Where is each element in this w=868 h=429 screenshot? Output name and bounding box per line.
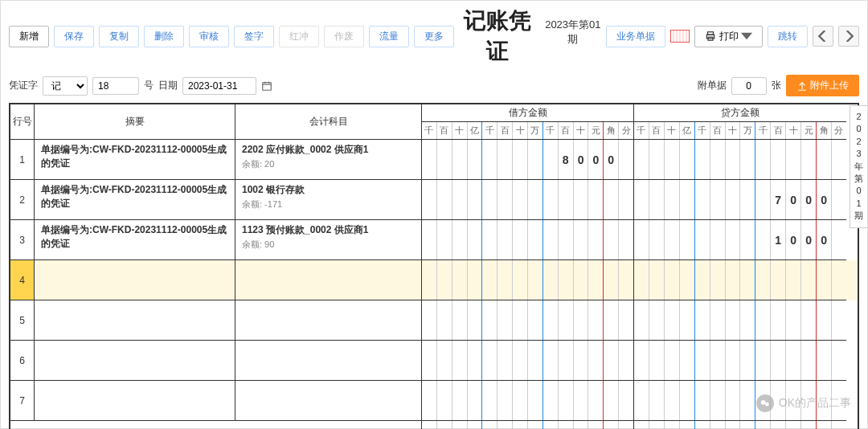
amount-digit[interactable] bbox=[559, 180, 574, 219]
upload-attachment-button[interactable]: 附件上传 bbox=[786, 75, 859, 96]
amount-digit[interactable] bbox=[452, 260, 468, 300]
next-button[interactable] bbox=[838, 26, 859, 47]
amount-digit[interactable] bbox=[755, 421, 771, 429]
amount-digit[interactable]: 0 bbox=[817, 421, 832, 429]
delete-button[interactable]: 删除 bbox=[144, 26, 184, 47]
amount-digit[interactable] bbox=[604, 381, 619, 420]
amount-digit[interactable] bbox=[468, 140, 483, 179]
table-row[interactable]: 2单据编号为:CW-FKD-20231112-00005生成的凭证1002 银行… bbox=[10, 180, 858, 220]
amount-digit[interactable] bbox=[619, 140, 633, 179]
amount-digit[interactable] bbox=[452, 381, 468, 420]
amount-digit[interactable] bbox=[437, 220, 452, 259]
credit-cell[interactable] bbox=[634, 260, 846, 300]
amount-digit[interactable]: 0 bbox=[574, 140, 589, 179]
amount-digit[interactable] bbox=[726, 180, 741, 219]
amount-digit[interactable] bbox=[497, 381, 513, 420]
amount-digit[interactable] bbox=[497, 341, 513, 380]
amount-digit[interactable] bbox=[755, 341, 771, 380]
attachment-count-input[interactable] bbox=[731, 77, 767, 95]
amount-digit[interactable] bbox=[649, 180, 665, 219]
summary-cell[interactable]: 单据编号为:CW-FKD-20231112-00005生成的凭证 bbox=[35, 140, 235, 180]
amount-digit[interactable] bbox=[680, 220, 695, 259]
amount-digit[interactable] bbox=[574, 341, 589, 380]
amount-digit[interactable] bbox=[665, 140, 680, 179]
amount-digit[interactable] bbox=[482, 140, 497, 179]
amount-digit[interactable] bbox=[680, 381, 695, 420]
amount-digit[interactable] bbox=[604, 220, 619, 259]
amount-digit[interactable] bbox=[665, 341, 680, 380]
amount-digit[interactable] bbox=[680, 300, 695, 340]
amount-digit[interactable] bbox=[619, 381, 633, 420]
table-row[interactable]: 1单据编号为:CW-FKD-20231112-00005生成的凭证2202 应付… bbox=[10, 140, 858, 180]
amount-digit[interactable] bbox=[726, 260, 741, 300]
save-button[interactable]: 保存 bbox=[54, 26, 94, 47]
amount-digit[interactable] bbox=[817, 260, 832, 300]
amount-digit[interactable] bbox=[482, 421, 497, 429]
amount-digit[interactable] bbox=[482, 220, 497, 259]
amount-digit[interactable] bbox=[619, 341, 633, 380]
debit-cell[interactable] bbox=[422, 220, 634, 260]
amount-digit[interactable] bbox=[528, 140, 543, 179]
amount-digit[interactable] bbox=[513, 300, 528, 340]
date-input[interactable] bbox=[182, 77, 256, 95]
amount-digit[interactable] bbox=[726, 140, 741, 179]
debit-cell[interactable]: 8000 bbox=[422, 140, 634, 180]
amount-digit[interactable] bbox=[665, 180, 680, 219]
amount-digit[interactable]: 0 bbox=[786, 180, 801, 219]
amount-digit[interactable] bbox=[513, 381, 528, 420]
amount-digit[interactable] bbox=[513, 180, 528, 219]
amount-digit[interactable] bbox=[574, 260, 589, 300]
amount-digit[interactable] bbox=[543, 300, 559, 340]
amount-digit[interactable] bbox=[588, 341, 604, 380]
amount-digit[interactable] bbox=[817, 341, 832, 380]
amount-digit[interactable] bbox=[680, 180, 695, 219]
amount-digit[interactable] bbox=[482, 300, 497, 340]
amount-digit[interactable] bbox=[543, 421, 559, 429]
amount-digit[interactable] bbox=[710, 341, 726, 380]
sign-button[interactable]: 签字 bbox=[234, 26, 274, 47]
amount-digit[interactable] bbox=[559, 220, 574, 259]
amount-digit[interactable] bbox=[422, 341, 437, 380]
debit-cell[interactable] bbox=[422, 300, 634, 341]
amount-digit[interactable] bbox=[604, 300, 619, 340]
amount-digit[interactable] bbox=[497, 220, 513, 259]
amount-digit[interactable] bbox=[786, 341, 801, 380]
amount-digit[interactable]: 8 bbox=[771, 421, 786, 429]
amount-digit[interactable] bbox=[649, 421, 665, 429]
amount-digit[interactable] bbox=[817, 140, 832, 179]
amount-digit[interactable] bbox=[771, 140, 786, 179]
amount-digit[interactable] bbox=[497, 421, 513, 429]
amount-digit[interactable] bbox=[740, 140, 755, 179]
amount-digit[interactable] bbox=[559, 300, 574, 340]
voucher-word-select[interactable]: 记 bbox=[43, 76, 88, 96]
amount-digit[interactable] bbox=[574, 300, 589, 340]
account-cell[interactable] bbox=[235, 260, 422, 300]
amount-digit[interactable] bbox=[695, 381, 710, 420]
amount-digit[interactable] bbox=[619, 300, 633, 340]
amount-digit[interactable] bbox=[755, 220, 771, 259]
amount-digit[interactable] bbox=[649, 220, 665, 259]
amount-digit[interactable] bbox=[634, 220, 649, 259]
amount-digit[interactable] bbox=[452, 180, 468, 219]
amount-digit[interactable] bbox=[528, 220, 543, 259]
amount-digit[interactable] bbox=[452, 421, 468, 429]
amount-digit[interactable] bbox=[726, 341, 741, 380]
amount-digit[interactable] bbox=[588, 220, 604, 259]
debit-cell[interactable] bbox=[422, 381, 634, 421]
amount-digit[interactable] bbox=[695, 421, 710, 429]
amount-digit[interactable] bbox=[468, 341, 483, 380]
period-side-tab[interactable]: 2023年第01期 bbox=[850, 105, 867, 228]
amount-digit[interactable] bbox=[604, 180, 619, 219]
amount-digit[interactable] bbox=[528, 381, 543, 420]
prev-button[interactable] bbox=[813, 26, 833, 47]
flow-button[interactable]: 流量 bbox=[369, 26, 409, 47]
new-button[interactable]: 新增 bbox=[9, 26, 49, 47]
amount-digit[interactable] bbox=[482, 381, 497, 420]
amount-digit[interactable] bbox=[513, 140, 528, 179]
amount-digit[interactable] bbox=[695, 140, 710, 179]
amount-digit[interactable] bbox=[497, 180, 513, 219]
amount-digit[interactable] bbox=[422, 220, 437, 259]
amount-digit[interactable] bbox=[543, 341, 559, 380]
amount-digit[interactable] bbox=[649, 260, 665, 300]
table-row[interactable]: 4 bbox=[10, 260, 858, 300]
